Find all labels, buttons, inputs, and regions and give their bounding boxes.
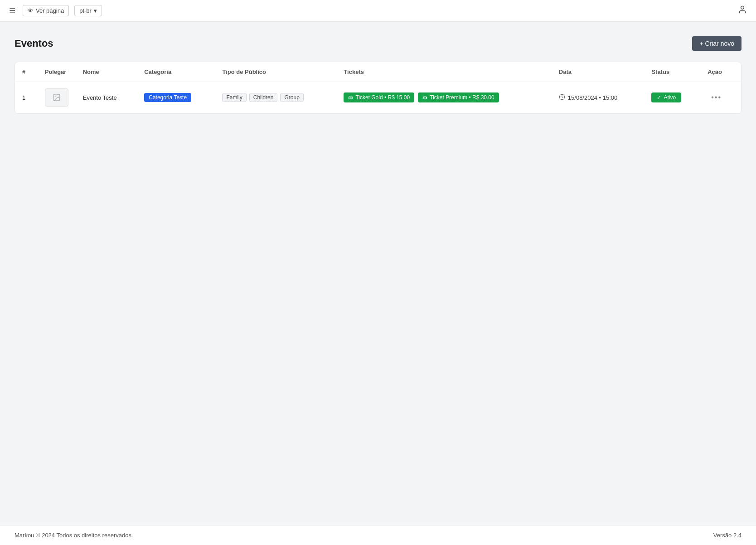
col-nome: Nome <box>76 62 137 82</box>
ticket-icon: 🎟 <box>348 95 353 100</box>
cell-tickets: 🎟Ticket Gold • R$ 15.00🎟Ticket Premium •… <box>336 82 551 113</box>
navbar-right <box>736 3 749 18</box>
main-content: Eventos + Criar novo # Polegar Nome Cate… <box>0 22 756 525</box>
col-data: Data <box>552 62 645 82</box>
footer-copyright: Markou © 2024 Todos os direitos reservad… <box>15 532 133 539</box>
table-header: # Polegar Nome Categoria Tipo de Público… <box>15 62 741 82</box>
thumbnail-placeholder <box>45 88 68 107</box>
ticket-icon: 🎟 <box>422 95 427 100</box>
criar-novo-label: + Criar novo <box>699 40 734 47</box>
cell-acao: ••• <box>700 82 741 113</box>
col-index: # <box>15 62 38 82</box>
status-badge: ✓Ativo <box>651 92 681 102</box>
cell-nome: Evento Teste <box>76 82 137 113</box>
table-row: 1Evento TesteCategoria TesteFamilyChildr… <box>15 82 741 113</box>
cell-data: 15/08/2024 • 15:00 <box>552 82 645 113</box>
ticket-label: Ticket Gold • R$ 15.00 <box>355 94 410 101</box>
category-badge: Categoria Teste <box>144 93 191 102</box>
table-body: 1Evento TesteCategoria TesteFamilyChildr… <box>15 82 741 113</box>
cell-thumbnail <box>38 82 76 113</box>
svg-point-0 <box>741 6 744 10</box>
hamburger-button[interactable]: ☰ <box>7 5 17 17</box>
chevron-down-icon: ▾ <box>94 7 97 14</box>
language-selector[interactable]: pt-br ▾ <box>74 5 102 16</box>
events-table: # Polegar Nome Categoria Tipo de Público… <box>15 62 741 113</box>
status-label: Ativo <box>664 94 676 101</box>
check-icon: ✓ <box>657 94 661 101</box>
hamburger-icon: ☰ <box>9 6 15 15</box>
clock-icon <box>559 94 565 102</box>
audience-tag: Children <box>249 93 278 102</box>
ticket-badge: 🎟Ticket Premium • R$ 30.00 <box>418 92 499 102</box>
events-table-wrapper: # Polegar Nome Categoria Tipo de Público… <box>15 62 741 114</box>
language-label: pt-br <box>79 7 92 14</box>
ver-pagina-label: Ver página <box>36 7 64 14</box>
more-actions-button[interactable]: ••• <box>708 92 725 103</box>
user-profile-button[interactable] <box>736 3 749 18</box>
cell-status: ✓Ativo <box>644 82 700 113</box>
criar-novo-button[interactable]: + Criar novo <box>692 36 741 51</box>
user-icon <box>738 7 747 16</box>
cell-categoria: Categoria Teste <box>137 82 215 113</box>
eye-icon: 👁 <box>28 7 34 14</box>
audience-tag: Group <box>280 93 303 102</box>
cell-tipo-publico: FamilyChildrenGroup <box>215 82 336 113</box>
footer-version: Versão 2.4 <box>713 532 741 539</box>
ticket-label: Ticket Premium • R$ 30.00 <box>430 94 494 101</box>
page-title: Eventos <box>15 38 53 49</box>
navbar: ☰ 👁 Ver página pt-br ▾ <box>0 0 756 22</box>
page-header: Eventos + Criar novo <box>15 36 741 51</box>
col-tickets: Tickets <box>336 62 551 82</box>
audience-tag: Family <box>222 93 246 102</box>
ticket-badge: 🎟Ticket Gold • R$ 15.00 <box>344 92 414 102</box>
svg-point-2 <box>55 96 56 97</box>
col-tipo-publico: Tipo de Público <box>215 62 336 82</box>
col-categoria: Categoria <box>137 62 215 82</box>
footer: Markou © 2024 Todos os direitos reservad… <box>0 525 756 545</box>
col-polegar: Polegar <box>38 62 76 82</box>
cell-index: 1 <box>15 82 38 113</box>
navbar-left: ☰ 👁 Ver página pt-br ▾ <box>7 5 102 17</box>
ver-pagina-button[interactable]: 👁 Ver página <box>23 5 69 16</box>
col-status: Status <box>644 62 700 82</box>
col-acao: Ação <box>700 62 741 82</box>
date-value: 15/08/2024 • 15:00 <box>568 94 617 101</box>
